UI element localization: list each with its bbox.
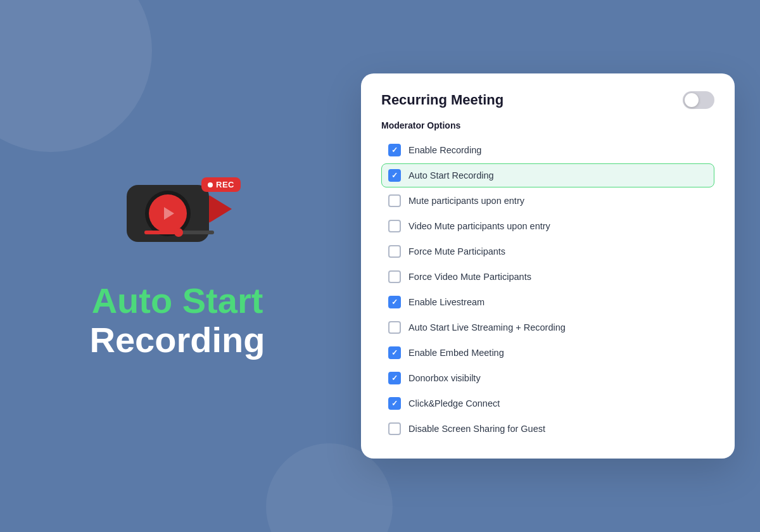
option-row-disable-screen-sharing[interactable]: Disable Screen Sharing for Guest	[381, 417, 714, 441]
option-row-force-mute[interactable]: Force Mute Participants	[381, 239, 714, 263]
option-label-disable-screen-sharing: Disable Screen Sharing for Guest	[408, 424, 545, 434]
checkbox-auto-start-live[interactable]	[388, 321, 401, 334]
options-list: ✓Enable Recording✓Auto Start RecordingMu…	[381, 138, 714, 441]
camera-progress-fill	[144, 231, 176, 234]
rec-icon-wrapper: REC	[114, 172, 241, 261]
checkbox-enable-embed[interactable]: ✓	[388, 346, 401, 359]
toggle-knob	[685, 93, 699, 107]
option-row-auto-start-live[interactable]: Auto Start Live Streaming + Recording	[381, 315, 714, 339]
checkbox-force-mute[interactable]	[388, 245, 401, 258]
settings-card: Recurring Meeting Moderator Options ✓Ena…	[361, 73, 735, 459]
left-title-green: Auto Start	[92, 281, 263, 320]
option-label-auto-start-live: Auto Start Live Streaming + Recording	[408, 322, 566, 332]
checkbox-enable-livestream[interactable]: ✓	[388, 296, 401, 308]
card-header: Recurring Meeting	[381, 91, 714, 109]
recurring-meeting-title: Recurring Meeting	[381, 92, 504, 108]
checkmark-enable-recording: ✓	[391, 146, 398, 154]
option-label-enable-recording: Enable Recording	[408, 145, 481, 155]
option-label-mute-participants: Mute participants upon entry	[408, 196, 524, 206]
checkmark-auto-start-recording: ✓	[391, 172, 398, 179]
option-row-clickpledge[interactable]: ✓Click&Pledge Connect	[381, 391, 714, 415]
checkmark-enable-embed: ✓	[391, 349, 398, 357]
checkmark-clickpledge: ✓	[391, 400, 398, 407]
option-row-force-video-mute[interactable]: Force Video Mute Participants	[381, 265, 714, 289]
camera-progress-dot	[174, 228, 183, 237]
option-label-auto-start-recording: Auto Start Recording	[408, 170, 494, 180]
checkbox-force-video-mute[interactable]	[388, 270, 401, 283]
option-label-enable-embed: Enable Embed Meeting	[408, 348, 504, 358]
option-label-force-video-mute: Force Video Mute Participants	[408, 272, 531, 282]
checkmark-enable-livestream: ✓	[391, 298, 398, 306]
option-row-mute-participants[interactable]: Mute participants upon entry	[381, 189, 714, 213]
option-row-auto-start-recording[interactable]: ✓Auto Start Recording	[381, 163, 714, 187]
checkbox-mute-participants[interactable]	[388, 194, 401, 207]
camera-trap	[209, 195, 232, 223]
option-row-donorbox[interactable]: ✓Donorbox visibilty	[381, 366, 714, 390]
camera-play-icon	[164, 207, 174, 220]
option-row-enable-livestream[interactable]: ✓Enable Livestream	[381, 290, 714, 314]
rec-badge: REC	[201, 177, 241, 192]
checkbox-video-mute-participants[interactable]	[388, 220, 401, 232]
checkbox-clickpledge[interactable]: ✓	[388, 397, 401, 410]
option-label-force-mute: Force Mute Participants	[408, 246, 505, 256]
recurring-meeting-toggle[interactable]	[683, 91, 714, 109]
checkbox-disable-screen-sharing[interactable]	[388, 422, 401, 435]
option-label-video-mute-participants: Video Mute participants upon entry	[408, 221, 550, 231]
checkbox-donorbox[interactable]: ✓	[388, 372, 401, 384]
option-row-video-mute-participants[interactable]: Video Mute participants upon entry	[381, 214, 714, 238]
option-row-enable-recording[interactable]: ✓Enable Recording	[381, 138, 714, 162]
rec-dot	[208, 182, 213, 187]
option-label-clickpledge: Click&Pledge Connect	[408, 398, 500, 408]
option-label-enable-livestream: Enable Livestream	[408, 297, 484, 307]
left-panel: REC Auto Start Recording	[0, 0, 355, 532]
checkbox-auto-start-recording[interactable]: ✓	[388, 169, 401, 182]
option-row-enable-embed[interactable]: ✓Enable Embed Meeting	[381, 341, 714, 365]
camera-body	[127, 185, 209, 242]
option-label-donorbox: Donorbox visibilty	[408, 373, 481, 383]
checkbox-enable-recording[interactable]: ✓	[388, 144, 401, 156]
rec-label: REC	[216, 180, 234, 189]
camera-lens	[149, 194, 187, 232]
checkmark-donorbox: ✓	[391, 374, 398, 382]
left-title-white: Recording	[90, 320, 265, 360]
moderator-options-label: Moderator Options	[381, 120, 714, 130]
right-panel: Recurring Meeting Moderator Options ✓Ena…	[355, 0, 760, 532]
camera-progress-bar	[144, 231, 214, 234]
